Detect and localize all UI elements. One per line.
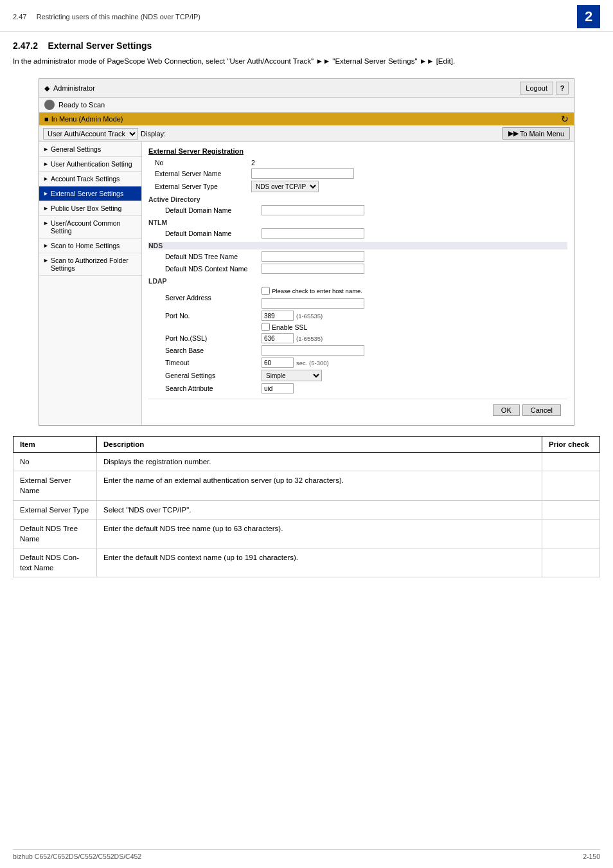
refresh-icon[interactable]: ↻ — [561, 114, 569, 124]
table-row: No Displays the registration number. — [13, 453, 600, 471]
sidebar-item-account-track[interactable]: ► Account Track Settings — [39, 172, 141, 186]
page-header: 2.47 Restricting users of this machine (… — [0, 0, 613, 32]
table-header-description: Description — [97, 437, 542, 453]
web-ui-panel: ◆ Administrator Logout ? Ready to Scan ■… — [39, 78, 574, 426]
header-section-info: 2.47 Restricting users of this machine (… — [13, 13, 200, 21]
web-ui-adminbar: ■ In Menu (Admin Mode) ↻ — [39, 113, 574, 125]
sidebar-item-external-server[interactable]: ► External Server Settings — [39, 186, 141, 201]
ldap-port-label: Port No. — [159, 312, 262, 320]
table-cell-check — [542, 519, 600, 548]
form-row-ntlm-domain: Default Domain Name — [148, 228, 567, 239]
info-table-wrapper: Item Description Prior check No Displays… — [13, 436, 600, 577]
sidebar-item-user-auth[interactable]: ► User Authentication Setting — [39, 157, 141, 172]
topbar-left: ◆ Administrator — [44, 84, 95, 93]
server-name-input[interactable] — [251, 168, 354, 179]
navbar-left: User Auth/Account Track Display: — [43, 128, 166, 140]
ldap-search-base-input[interactable] — [262, 345, 364, 356]
web-ui-sidebar: ► General Settings ► User Authentication… — [39, 142, 142, 425]
table-row: External Server Type Select "NDS over TC… — [13, 500, 600, 519]
sidebar-item-general[interactable]: ► General Settings — [39, 142, 141, 157]
ldap-port-hint: (1-65535) — [296, 312, 323, 320]
nds-tree-input[interactable] — [262, 251, 364, 262]
admin-mode-label: ■ In Menu (Admin Mode) — [44, 115, 123, 123]
table-cell-check — [542, 453, 600, 471]
table-header-item: Item — [13, 437, 97, 453]
table-cell-description: Displays the registration number. — [97, 453, 542, 471]
info-table: Item Description Prior check No Displays… — [13, 436, 600, 577]
form-row-ldap-server: Server Address Please check to enter hos… — [148, 287, 567, 309]
web-ui-navbar: User Auth/Account Track Display: ▶▶ To M… — [39, 125, 574, 142]
form-row-ldap-attr: Search Attribute uid — [148, 383, 567, 393]
ntlm-domain-label: Default Domain Name — [159, 230, 262, 237]
cancel-button[interactable]: Cancel — [522, 404, 561, 416]
web-ui-content: ► General Settings ► User Authentication… — [39, 142, 574, 425]
table-row: External Server Name Enter the name of a… — [13, 471, 600, 500]
ntlm-label: NTLM — [148, 219, 567, 226]
section-number: 2.47 — [13, 13, 26, 21]
ldap-attr-input[interactable]: uid — [262, 383, 294, 393]
ldap-label: LDAP — [148, 277, 567, 285]
table-row: Default NDS Tree Name Enter the default … — [13, 519, 600, 548]
ldap-ssl-port-input[interactable]: 636 — [262, 333, 294, 343]
sidebar-item-scan-home[interactable]: ► Scan to Home Settings — [39, 239, 141, 253]
table-cell-item: No — [13, 453, 97, 471]
form-actions: OK Cancel — [148, 399, 567, 420]
table-cell-item: External Server Type — [13, 500, 97, 519]
web-ui-main: External Server Registration No 2 Extern… — [142, 142, 574, 425]
form-row-ldap-ssl-port: Port No.(SSL) 636 (1-65535) — [148, 333, 567, 343]
nds-tree-label: Default NDS Tree Name — [159, 253, 262, 260]
ldap-port-input[interactable]: 389 — [262, 311, 294, 321]
sidebar-item-public-user[interactable]: ► Public User Box Setting — [39, 201, 141, 216]
status-text: Ready to Scan — [58, 101, 105, 109]
form-row-server-type: External Server Type NDS over TCP/IP LDA… — [148, 181, 567, 192]
ok-button[interactable]: OK — [493, 404, 520, 416]
form-row-ldap-port: Port No. 389 (1-65535) — [148, 311, 567, 321]
form-row-ad-domain: Default Domain Name — [148, 205, 567, 215]
ldap-timeout-input[interactable]: 60 — [262, 357, 294, 368]
ldap-server-label: Server Address — [159, 294, 262, 302]
table-cell-description: Enter the default NDS context name (up t… — [97, 548, 542, 577]
sidebar-arrow-general: ► — [43, 146, 49, 152]
ldap-ssl-port-hint: (1-65535) — [296, 335, 323, 342]
page-number-badge: 2 — [577, 5, 600, 28]
to-main-menu-button[interactable]: ▶▶ To Main Menu — [502, 127, 570, 140]
footer-right: 2-150 — [583, 853, 600, 860]
ldap-general-label: General Settings — [159, 372, 262, 379]
ldap-ssl-checkbox[interactable] — [262, 323, 270, 331]
table-row: Default NDS Con-text Name Enter the defa… — [13, 548, 600, 577]
sidebar-item-scan-folder[interactable]: ► Scan to Authorized Folder Settings — [39, 253, 141, 276]
nds-context-input[interactable] — [262, 264, 364, 274]
web-ui-topbar: ◆ Administrator Logout ? — [39, 79, 574, 98]
ldap-general-select[interactable]: Simple Digest-MD5 GSS-SPNEGO — [262, 370, 322, 381]
nds-label: NDS — [148, 242, 567, 249]
ldap-server-input[interactable] — [262, 298, 364, 309]
track-select[interactable]: User Auth/Account Track — [43, 128, 138, 140]
help-button[interactable]: ? — [556, 82, 569, 95]
form-row-ldap-timeout: Timeout 60 sec. (5-300) — [148, 357, 567, 368]
page-footer: bizhub C652/C652DS/C552/C552DS/C452 2-15… — [13, 849, 600, 860]
form-row-ldap-ssl: Enable SSL — [148, 323, 567, 331]
server-type-select[interactable]: NDS over TCP/IP LDAP Active Directory NT… — [251, 181, 319, 192]
form-row-no: No 2 — [148, 159, 567, 167]
admin-label: Administrator — [53, 84, 95, 92]
active-directory-label: Active Directory — [148, 195, 567, 203]
sidebar-arrow-scan-home: ► — [43, 242, 49, 249]
table-cell-item: Default NDS Tree Name — [13, 519, 97, 548]
table-cell-check — [542, 548, 600, 577]
sidebar-arrow-public-user: ► — [43, 205, 49, 212]
section-title-block: 2.47.2 External Server Settings In the a… — [0, 32, 613, 71]
logout-button[interactable]: Logout — [520, 82, 553, 95]
table-cell-check — [542, 500, 600, 519]
ldap-hostname-checkbox[interactable] — [262, 287, 270, 295]
server-name-label: External Server Name — [148, 170, 251, 177]
admin-icon: ◆ — [44, 84, 49, 93]
table-cell-check — [542, 471, 600, 500]
ad-domain-input[interactable] — [262, 205, 364, 215]
footer-left: bizhub C652/C652DS/C552/C552DS/C452 — [13, 853, 141, 860]
ldap-hostname-label: Please check to enter host name. — [272, 287, 362, 294]
ntlm-domain-input[interactable] — [262, 228, 364, 239]
no-label: No — [148, 159, 251, 167]
admin-mode-icon: ■ — [44, 115, 49, 123]
sidebar-item-user-account-common[interactable]: ► User/Account Common Setting — [39, 216, 141, 239]
form-row-server-name: External Server Name — [148, 168, 567, 179]
